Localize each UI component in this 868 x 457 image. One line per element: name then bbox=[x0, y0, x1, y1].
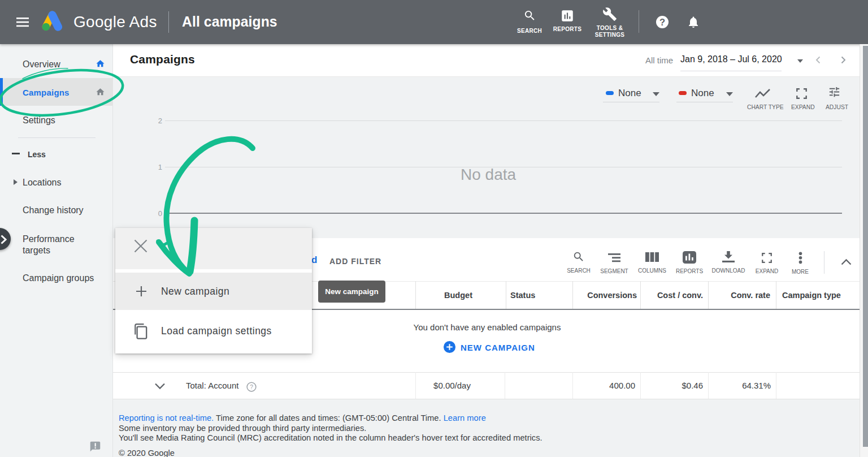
svg-text:?: ? bbox=[659, 17, 665, 27]
svg-text:?: ? bbox=[250, 384, 253, 390]
